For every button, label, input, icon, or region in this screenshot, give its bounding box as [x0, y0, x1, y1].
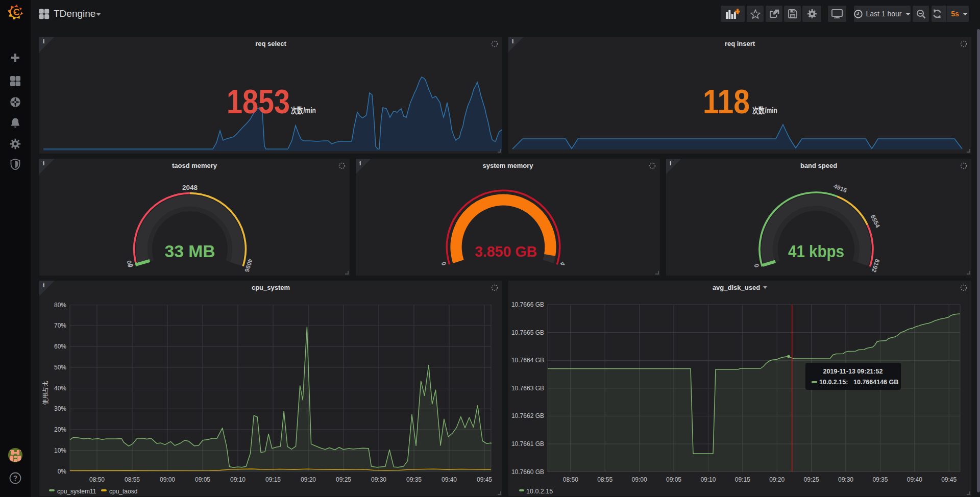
svg-text:09:05: 09:05 — [195, 476, 210, 483]
svg-text:10.7664 GB: 10.7664 GB — [511, 357, 544, 364]
svg-text:10.7663 GB: 10.7663 GB — [511, 385, 544, 392]
svg-text:80: 80 — [126, 259, 134, 268]
svg-text:09:45: 09:45 — [941, 476, 957, 483]
svg-text:09:40: 09:40 — [442, 476, 457, 483]
svg-text:cpu_taosd: cpu_taosd — [109, 488, 137, 495]
svg-text:10%: 10% — [54, 447, 66, 454]
svg-text:70%: 70% — [54, 322, 66, 329]
svg-text:10.7660 GB: 10.7660 GB — [511, 468, 544, 476]
svg-text:09:35: 09:35 — [406, 476, 422, 483]
svg-text:4: 4 — [559, 261, 567, 266]
svg-text:10.0.2.15:: 10.0.2.15: — [819, 379, 848, 386]
svg-text:09:30: 09:30 — [371, 476, 386, 483]
svg-text:09:10: 09:10 — [230, 476, 246, 483]
svg-text:10.7664146 GB: 10.7664146 GB — [853, 379, 898, 386]
svg-text:08:50: 08:50 — [89, 476, 105, 483]
svg-text:30%: 30% — [54, 405, 66, 412]
svg-text:2019-11-13 09:21:52: 2019-11-13 09:21:52 — [823, 368, 883, 375]
svg-text:使用占比: 使用占比 — [42, 381, 49, 405]
svg-text:09:15: 09:15 — [735, 476, 750, 483]
svg-text:10.7661 GB: 10.7661 GB — [511, 440, 544, 448]
svg-text:09:25: 09:25 — [804, 476, 819, 483]
svg-text:2048: 2048 — [182, 184, 198, 191]
svg-text:33 MB: 33 MB — [165, 242, 215, 261]
svg-text:60%: 60% — [54, 343, 66, 350]
svg-text:09:10: 09:10 — [700, 476, 716, 483]
svg-text:次数/min: 次数/min — [752, 106, 777, 115]
svg-text:10.7665 GB: 10.7665 GB — [511, 329, 544, 336]
svg-text:50%: 50% — [54, 364, 66, 371]
svg-text:次数/min: 次数/min — [291, 106, 316, 115]
svg-text:118: 118 — [703, 83, 750, 120]
svg-text:09:20: 09:20 — [769, 476, 785, 483]
svg-text:40%: 40% — [54, 385, 66, 392]
svg-text:20%: 20% — [54, 426, 66, 433]
svg-text:09:40: 09:40 — [907, 476, 922, 483]
svg-text:09:05: 09:05 — [666, 476, 681, 483]
svg-text:80%: 80% — [54, 302, 66, 309]
svg-text:09:20: 09:20 — [301, 476, 316, 483]
svg-text:0: 0 — [440, 261, 448, 266]
svg-text:09:00: 09:00 — [160, 476, 175, 483]
svg-text:09:30: 09:30 — [838, 476, 853, 483]
svg-text:08:55: 08:55 — [597, 476, 612, 483]
svg-text:08:50: 08:50 — [563, 476, 578, 483]
svg-text:1853: 1853 — [227, 83, 290, 120]
svg-text:0%: 0% — [58, 468, 67, 475]
svg-text:09:45: 09:45 — [477, 476, 492, 483]
svg-text:09:15: 09:15 — [265, 476, 281, 483]
svg-text:10.7666 GB: 10.7666 GB — [511, 301, 544, 308]
svg-text:6554: 6554 — [869, 213, 881, 229]
svg-text:3.850 GB: 3.850 GB — [475, 243, 537, 260]
svg-text:0: 0 — [753, 263, 761, 268]
svg-text:10.7662 GB: 10.7662 GB — [511, 412, 544, 419]
svg-text:08:55: 08:55 — [125, 476, 140, 483]
svg-text:4916: 4916 — [832, 183, 848, 194]
svg-text:09:00: 09:00 — [632, 476, 647, 483]
svg-text:?: ? — [13, 474, 18, 482]
svg-text:09:35: 09:35 — [872, 476, 888, 483]
svg-text:09:25: 09:25 — [336, 476, 351, 483]
svg-text:cpu_system11: cpu_system11 — [57, 488, 96, 495]
svg-text:41 kbps: 41 kbps — [788, 242, 844, 261]
svg-text:10.0.2.15: 10.0.2.15 — [526, 488, 553, 495]
